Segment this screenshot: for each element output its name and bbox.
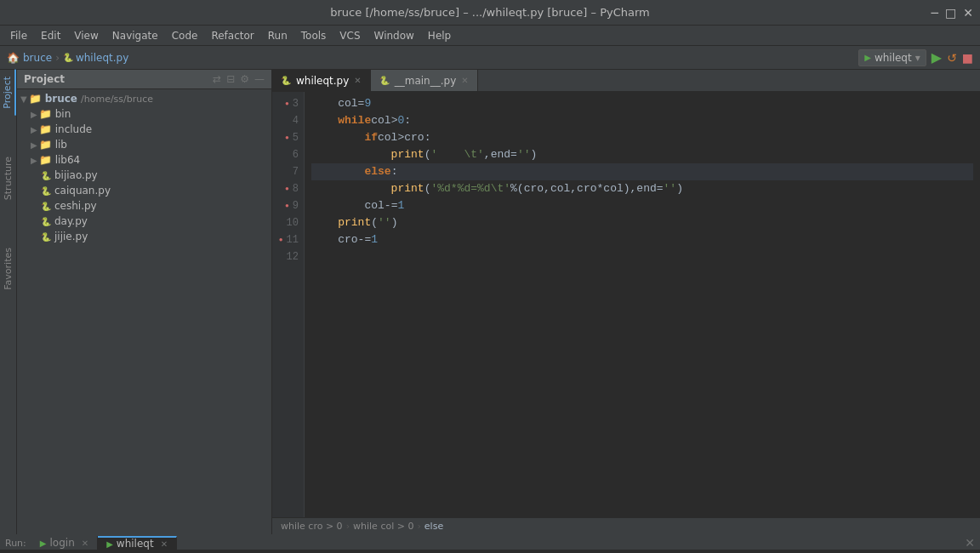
tree-file-jijie[interactable]: 🐍 jijie.py — [17, 229, 271, 244]
tree-root-bruce[interactable]: ▼ 📁 bruce /home/ss/bruce — [17, 91, 271, 106]
breadcrumb-sep1: › — [55, 52, 60, 64]
close-panel-button[interactable]: ✕ — [965, 536, 980, 550]
menu-help[interactable]: Help — [423, 28, 456, 43]
left-sidebar: Project Structure Favorites — [0, 70, 17, 534]
editor-tabs: 🐍 whileqt.py ✕ 🐍 __main__.py ✕ — [272, 70, 980, 92]
project-close-icon[interactable]: — — [254, 73, 265, 85]
code-editor[interactable]: ●3 4 ●5 6 7 ●8 ●9 10 ●11 12 col = 9 whil… — [272, 92, 980, 517]
minimize-button[interactable]: ─ — [932, 6, 938, 20]
menu-vcs[interactable]: VCS — [334, 28, 365, 43]
breadcrumb-project: 🏠 — [7, 52, 20, 64]
sidebar-favorites-tab[interactable]: Favorites — [1, 241, 15, 297]
menu-tools[interactable]: Tools — [296, 28, 332, 43]
bottom-panel: Run: ▶ login ✕ ▶ whileqt ✕ ✕ ▶ ▲ ▼ ↵ ☰ 📌… — [0, 534, 980, 553]
main-content: Project Structure Favorites Project ⇄ ⊟ … — [0, 70, 980, 534]
code-line-3: col = 9 — [311, 95, 973, 112]
code-line-8: print('%d*%d=%d\t' %(cro,col,cro*col),en… — [311, 180, 973, 197]
line-numbers: ●3 4 ●5 6 7 ●8 ●9 10 ●11 12 — [272, 92, 305, 517]
code-line-6: print(' \t' ,end='') — [311, 146, 973, 163]
tab-main[interactable]: 🐍 __main__.py ✕ — [371, 70, 478, 91]
sidebar-structure-tab[interactable]: Structure — [1, 150, 15, 207]
sidebar-project-tab[interactable]: Project — [0, 70, 16, 116]
editor-breadcrumb: while cro > 0 › while col > 0 › else — [272, 517, 980, 534]
tree-folder-bin[interactable]: ▶ 📁 bin — [17, 106, 271, 122]
menu-window[interactable]: Window — [369, 28, 419, 43]
code-content[interactable]: col = 9 while col > 0 : if col > cro : p… — [305, 92, 980, 517]
tree-file-day[interactable]: 🐍 day.py — [17, 214, 271, 229]
toolbar-breadcrumb: 🏠 bruce › 🐍 whileqt.py ▶ whileqt ▾ ▶ ↺ ■ — [0, 46, 980, 70]
stop-button[interactable]: ■ — [962, 51, 973, 65]
window-title: bruce [/home/ss/bruce] – .../whileqt.py … — [330, 6, 649, 19]
run-config-dropdown[interactable]: ▶ whileqt ▾ — [858, 49, 926, 66]
run-label: Run: — [0, 538, 31, 549]
menu-navigate[interactable]: Navigate — [107, 28, 163, 43]
code-line-4: while col > 0 : — [311, 112, 973, 129]
project-panel-header: Project ⇄ ⊟ ⚙ — — [17, 70, 271, 89]
close-button[interactable]: ✕ — [963, 6, 973, 20]
code-line-10: print('') — [311, 214, 973, 231]
code-line-5: if col > cro : — [311, 129, 973, 146]
editor-breadcrumb-part1: while cro > 0 — [281, 521, 343, 532]
project-sync-icon[interactable]: ⇄ — [213, 73, 221, 85]
breadcrumb-bruce[interactable]: bruce — [23, 52, 52, 64]
run-tab-whileqt[interactable]: ▶ whileqt ✕ — [98, 536, 177, 550]
code-line-7: else: — [311, 163, 973, 180]
menu-view[interactable]: View — [69, 28, 103, 43]
project-tree: ▼ 📁 bruce /home/ss/bruce ▶ 📁 bin ▶ 📁 inc… — [17, 89, 271, 534]
tree-file-bijiao[interactable]: 🐍 bijiao.py — [17, 168, 271, 183]
menu-code[interactable]: Code — [167, 28, 203, 43]
title-bar: bruce [/home/ss/bruce] – .../whileqt.py … — [0, 0, 980, 26]
editor-breadcrumb-part3: else — [424, 521, 443, 532]
editor-breadcrumb-part2: while col > 0 — [353, 521, 413, 532]
run-tab-login[interactable]: ▶ login ✕ — [31, 536, 98, 550]
tree-folder-lib[interactable]: ▶ 📁 lib — [17, 137, 271, 152]
tab-whileqt[interactable]: 🐍 whileqt.py ✕ — [272, 70, 371, 91]
window-controls: ─ □ ✕ — [932, 6, 973, 20]
maximize-button[interactable]: □ — [945, 6, 956, 20]
project-panel-title: Project — [24, 73, 209, 85]
menu-run[interactable]: Run — [263, 28, 293, 43]
code-line-11: cro -=1 — [311, 231, 973, 248]
menu-refactor[interactable]: Refactor — [206, 28, 259, 43]
project-settings-icon[interactable]: ⚙ — [240, 73, 249, 85]
rerun-button[interactable]: ↺ — [947, 51, 957, 65]
menu-file[interactable]: File — [5, 28, 32, 43]
tree-file-caiquan[interactable]: 🐍 caiquan.py — [17, 183, 271, 198]
tab-close-whileqt[interactable]: ✕ — [354, 76, 361, 85]
tree-folder-lib64[interactable]: ▶ 📁 lib64 — [17, 152, 271, 168]
run-controls: ▶ whileqt ▾ ▶ ↺ ■ — [858, 49, 973, 66]
code-line-9: col -=1 — [311, 197, 973, 214]
tree-file-ceshi[interactable]: 🐍 ceshi.py — [17, 198, 271, 214]
project-panel: Project ⇄ ⊟ ⚙ — ▼ 📁 bruce /home/ss/bruce… — [17, 70, 272, 534]
menu-edit[interactable]: Edit — [36, 28, 66, 43]
project-collapse-icon[interactable]: ⊟ — [226, 73, 235, 85]
tab-close-main[interactable]: ✕ — [461, 76, 468, 85]
run-tabs: Run: ▶ login ✕ ▶ whileqt ✕ ✕ — [0, 536, 980, 550]
run-button[interactable]: ▶ — [932, 49, 942, 66]
breadcrumb-file[interactable]: 🐍 whileqt.py — [63, 52, 128, 64]
menu-bar: File Edit View Navigate Code Refactor Ru… — [0, 26, 980, 46]
code-line-12 — [311, 248, 973, 265]
close-login-tab[interactable]: ✕ — [82, 539, 88, 548]
close-whileqt-tab[interactable]: ✕ — [161, 539, 168, 549]
tree-folder-include[interactable]: ▶ 📁 include — [17, 122, 271, 137]
project-header-icons: ⇄ ⊟ ⚙ — — [213, 73, 265, 85]
editor-area: 🐍 whileqt.py ✕ 🐍 __main__.py ✕ ●3 4 ●5 6… — [272, 70, 980, 534]
